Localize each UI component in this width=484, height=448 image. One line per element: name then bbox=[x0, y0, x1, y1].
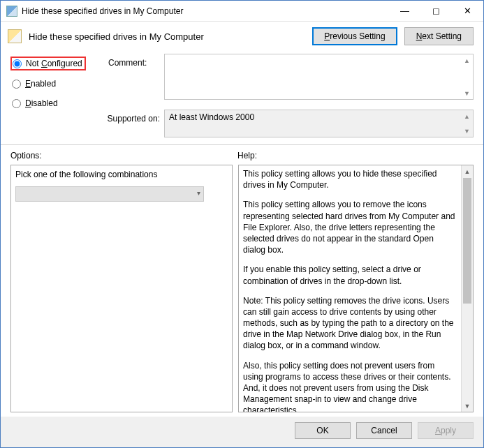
help-text: This policy setting allows you to hide t… bbox=[239, 165, 461, 412]
footer: OK Cancel Apply bbox=[1, 417, 483, 447]
scroll-up-icon[interactable]: ▲ bbox=[462, 165, 473, 177]
help-pane: This policy setting allows you to hide t… bbox=[238, 165, 474, 412]
divider bbox=[1, 144, 483, 145]
radio-label: Enabled bbox=[25, 79, 56, 89]
help-paragraph: Also, this policy setting does not preve… bbox=[243, 360, 457, 412]
cancel-button[interactable]: Cancel bbox=[356, 422, 412, 439]
titlebar: Hide these specified drives in My Comput… bbox=[1, 1, 483, 22]
help-paragraph: This policy setting allows you to remove… bbox=[243, 199, 457, 255]
radio-enabled[interactable]: Enabled bbox=[10, 77, 59, 90]
combo-label: Pick one of the following combinations bbox=[15, 170, 228, 179]
policy-editor-window: Hide these specified drives in My Comput… bbox=[0, 0, 484, 448]
drives-combobox[interactable]: ▾ bbox=[15, 186, 204, 202]
scroll-down-icon: ▼ bbox=[462, 126, 472, 136]
scroll-up-icon: ▲ bbox=[462, 55, 472, 66]
config-block: Not Configured Enabled Disabled Comment:… bbox=[1, 51, 483, 110]
maximize-button[interactable]: ◻ bbox=[420, 1, 452, 21]
help-paragraph: Note: This policy setting removes the dr… bbox=[243, 295, 457, 352]
policy-icon bbox=[8, 29, 22, 43]
panes: Pick one of the following combinations ▾… bbox=[1, 162, 483, 417]
comment-textarea[interactable]: ▲ ▼ bbox=[164, 54, 474, 100]
mnemonic: N bbox=[416, 31, 423, 41]
ok-button[interactable]: OK bbox=[295, 422, 351, 439]
radio-label: Not Configured bbox=[26, 59, 82, 68]
close-button[interactable]: ✕ bbox=[452, 1, 483, 21]
scroll-down-icon[interactable]: ▼ bbox=[462, 400, 473, 412]
scroll-down-icon: ▼ bbox=[462, 88, 472, 98]
supported-text: At least Windows 2000 bbox=[169, 112, 254, 122]
options-pane: Pick one of the following combinations ▾ bbox=[10, 165, 233, 412]
supported-text-box: At least Windows 2000 ▲ ▼ bbox=[164, 110, 474, 137]
radio-not-configured[interactable]: Not Configured bbox=[10, 57, 86, 70]
minimize-button[interactable]: ― bbox=[389, 1, 420, 21]
comment-label: Comment: bbox=[108, 54, 164, 68]
radio-input[interactable] bbox=[13, 59, 22, 68]
next-setting-button[interactable]: Next Setting bbox=[404, 27, 474, 45]
label-rest: revious Setting bbox=[330, 31, 385, 41]
radio-disabled[interactable]: Disabled bbox=[10, 97, 61, 110]
supported-label: Supported on: bbox=[10, 110, 164, 124]
window-title: Hide these specified drives in My Comput… bbox=[22, 6, 389, 16]
radio-group: Not Configured Enabled Disabled bbox=[10, 54, 108, 110]
header-title: Hide these specified drives in My Comput… bbox=[29, 31, 305, 42]
app-icon bbox=[6, 6, 17, 17]
help-paragraph: This policy setting allows you to hide t… bbox=[243, 168, 457, 191]
header-row: Hide these specified drives in My Comput… bbox=[1, 22, 483, 51]
help-label: Help: bbox=[237, 151, 474, 160]
options-label: Options: bbox=[10, 151, 237, 160]
scroll-up-icon: ▲ bbox=[462, 111, 472, 121]
scroll-thumb[interactable] bbox=[463, 178, 471, 304]
radio-input[interactable] bbox=[12, 99, 21, 108]
radio-input[interactable] bbox=[12, 80, 21, 89]
help-paragraph: If you enable this policy setting, selec… bbox=[243, 264, 457, 286]
radio-label: Disabled bbox=[25, 98, 58, 108]
apply-button[interactable]: Apply bbox=[418, 422, 474, 439]
supported-row: Supported on: At least Windows 2000 ▲ ▼ bbox=[1, 110, 483, 144]
lower-labels: Options: Help: bbox=[1, 148, 483, 162]
help-scrollbar[interactable]: ▲ ▼ bbox=[461, 165, 473, 412]
label-rest: ext Setting bbox=[422, 31, 462, 41]
previous-setting-button[interactable]: Previous Setting bbox=[312, 27, 397, 45]
chevron-down-icon: ▾ bbox=[197, 189, 200, 197]
